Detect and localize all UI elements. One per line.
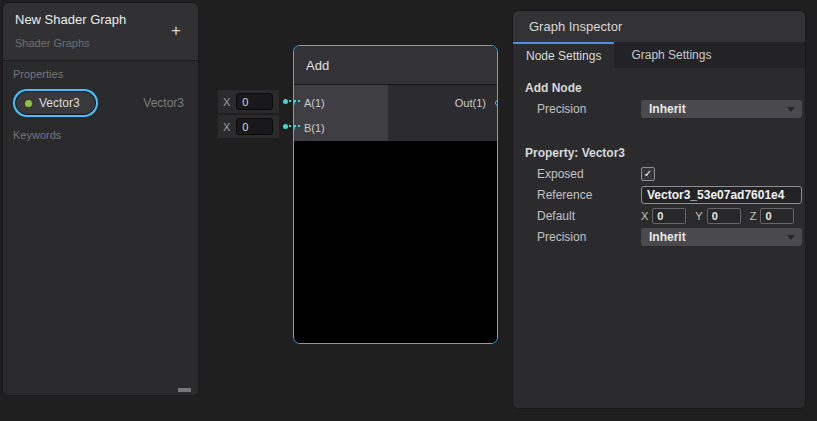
exposed-label: Exposed: [537, 167, 641, 181]
exposed-checkbox[interactable]: ✓: [641, 167, 655, 181]
node-precision-label: Precision: [537, 102, 641, 116]
node-input-section: A(1) B(1): [294, 85, 388, 141]
property-type-label: Vector3: [143, 96, 184, 110]
property-type-dot-icon: [25, 100, 32, 107]
inspector-content: Add Node Precision Inherit Property: Vec…: [513, 68, 805, 247]
node-title-bar[interactable]: Add: [294, 46, 497, 85]
reference-input[interactable]: Vector3_53e07ad7601e4: [641, 186, 802, 204]
port-b-default-widget: X: [218, 115, 279, 138]
default-z-input[interactable]: [760, 208, 794, 224]
wire-b-icon: [289, 125, 300, 127]
property-name: Vector3: [39, 96, 80, 110]
property-precision-label: Precision: [537, 230, 641, 244]
tab-node-settings[interactable]: Node Settings: [513, 42, 614, 68]
graph-title: New Shader Graph: [15, 12, 186, 27]
node-port-area: A(1) B(1) Out(1): [294, 85, 497, 141]
node-precision-row: Precision Inherit: [513, 98, 805, 119]
property-pill-vector3[interactable]: Vector3: [15, 91, 96, 115]
property-heading: Property: Vector3: [525, 146, 805, 160]
output-port-row: Out(1): [388, 90, 497, 115]
default-z-label: Z: [750, 210, 757, 222]
add-node: Add A(1) B(1) Out(1): [293, 45, 498, 344]
graph-inspector-panel: Graph Inspector Node Settings Graph Sett…: [512, 10, 806, 409]
reference-label: Reference: [537, 188, 641, 202]
default-x-label: X: [641, 210, 648, 222]
default-x-input[interactable]: [652, 208, 686, 224]
tab-graph-settings[interactable]: Graph Settings: [614, 42, 728, 68]
property-precision-dropdown[interactable]: Inherit: [641, 228, 802, 246]
input-port-row-b: B(1): [294, 115, 388, 140]
add-node-heading: Add Node: [525, 81, 805, 95]
exposed-row: Exposed ✓: [513, 163, 805, 184]
default-vector-fields: X Y Z: [641, 208, 794, 224]
inspector-title[interactable]: Graph Inspector: [513, 11, 805, 42]
port-b-axis-label: X: [223, 121, 230, 133]
property-row: Vector3 Vector3: [3, 86, 198, 120]
blackboard-header: New Shader Graph + Shader Graphs: [3, 3, 198, 61]
port-a-default-widget: X: [218, 90, 279, 113]
node-precision-value: Inherit: [649, 102, 686, 116]
node-precision-dropdown[interactable]: Inherit: [641, 100, 802, 118]
default-row: Default X Y Z: [513, 205, 805, 226]
panel-resize-grip[interactable]: [178, 388, 191, 392]
dropdown-arrow-icon: [787, 235, 795, 240]
node-output-section: Out(1): [388, 85, 497, 141]
property-precision-value: Inherit: [649, 230, 686, 244]
add-property-button[interactable]: +: [166, 21, 186, 41]
default-label: Default: [537, 209, 641, 223]
output-port-label: Out(1): [455, 97, 486, 109]
property-precision-row: Precision Inherit: [513, 226, 805, 247]
wire-a-dot-icon: [283, 99, 288, 104]
blackboard-panel: New Shader Graph + Shader Graphs Propert…: [2, 2, 199, 396]
output-port-icon[interactable]: [495, 100, 498, 106]
default-y-label: Y: [695, 210, 702, 222]
checkmark-icon: ✓: [644, 168, 652, 179]
port-a-value-input[interactable]: [236, 93, 273, 110]
port-b-value-input[interactable]: [236, 118, 273, 135]
input-port-b-label: B(1): [304, 122, 325, 134]
wire-b-dot-icon: [283, 124, 288, 129]
dropdown-arrow-icon: [787, 107, 795, 112]
input-port-row-a: A(1): [294, 90, 388, 115]
keywords-section-label: Keywords: [3, 120, 198, 147]
properties-section-label: Properties: [3, 61, 198, 86]
input-port-a-label: A(1): [304, 97, 325, 109]
graph-subtitle: Shader Graphs: [15, 37, 186, 49]
inspector-tab-bar: Node Settings Graph Settings: [513, 42, 805, 68]
port-a-axis-label: X: [223, 96, 230, 108]
wire-a-icon: [289, 100, 300, 102]
reference-row: Reference Vector3_53e07ad7601e4: [513, 184, 805, 205]
node-preview: [294, 141, 497, 343]
default-y-input[interactable]: [707, 208, 741, 224]
